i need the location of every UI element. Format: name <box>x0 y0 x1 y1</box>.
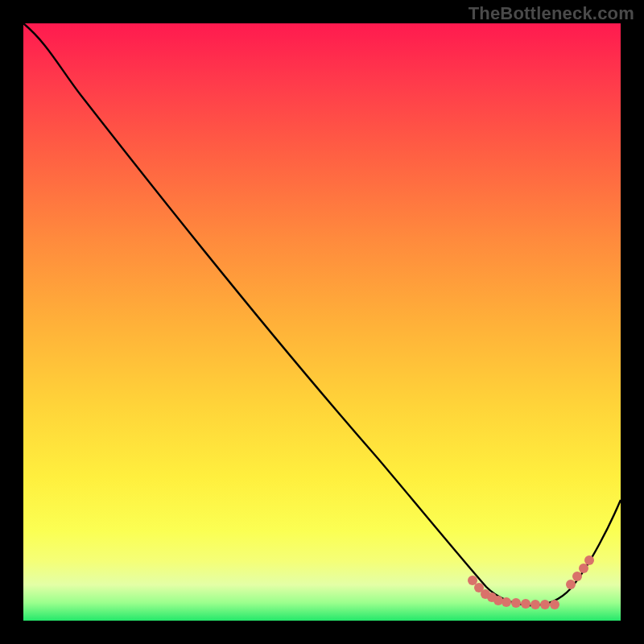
svg-point-13 <box>579 564 588 573</box>
attribution-text: TheBottleneck.com <box>469 3 634 24</box>
svg-point-7 <box>521 599 530 609</box>
bottleneck-curve-path <box>23 23 621 605</box>
bottleneck-curve-svg <box>23 23 621 621</box>
svg-point-14 <box>584 555 594 565</box>
svg-point-10 <box>550 600 559 609</box>
plot-area <box>23 23 621 621</box>
svg-point-12 <box>572 572 582 581</box>
marker-band <box>468 555 594 609</box>
chart-frame: TheBottleneck.com <box>0 0 644 644</box>
svg-point-5 <box>502 597 511 607</box>
svg-point-8 <box>530 600 540 609</box>
svg-point-4 <box>493 596 503 605</box>
svg-point-9 <box>540 600 550 609</box>
svg-point-11 <box>566 580 576 589</box>
svg-point-0 <box>468 576 477 585</box>
svg-point-6 <box>511 598 521 608</box>
